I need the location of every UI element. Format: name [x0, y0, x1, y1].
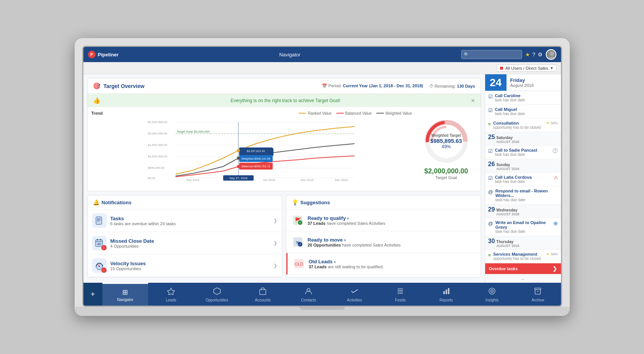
svg-text:$2,037,812.91: $2,037,812.91	[247, 149, 265, 153]
cal-event-opaline-content: Write an Email to Opaline Gravy task has…	[495, 220, 551, 234]
nav-item-insights[interactable]: Insights	[469, 283, 515, 306]
nav-add-button[interactable]: +	[83, 283, 102, 306]
legend-ranked: Ranked Value	[299, 111, 331, 115]
navigator-label: Navigator	[117, 298, 133, 302]
right-panel: 24 Friday August 2018 ☑ Call Caroline ta…	[485, 74, 561, 283]
feeds-icon	[396, 287, 404, 297]
cal-date-info-29: WednesdayAUGUST 2018	[496, 208, 519, 216]
app-logo: P Pipeliner	[88, 51, 119, 58]
topbar-icons: ★ ? ⚙	[525, 51, 543, 58]
svg-point-72	[491, 291, 492, 292]
qualify-content: Ready to qualify › 37 Leads have complet…	[308, 215, 475, 226]
move-content: Ready to move › 20 Opportunities have co…	[308, 237, 475, 247]
svg-rect-45	[97, 239, 98, 240]
cal-event-rowen-content: Respond to email - Rowen Wilders... task…	[495, 189, 558, 202]
svg-rect-69	[448, 288, 449, 294]
goal-banner-close[interactable]: ✕	[471, 98, 475, 104]
overdue-tasks-bar[interactable]: Overdue tasks ❯	[485, 263, 561, 274]
legend-balanced: Balanced Value	[336, 111, 372, 115]
cal-event-pct: 50%	[551, 121, 558, 125]
cal-event-miguel-sub: task has due date	[495, 112, 558, 116]
help-icon[interactable]: ?	[532, 51, 535, 58]
cal-event-opaline[interactable]: @ Write an Email to Opaline Gravy task h…	[485, 218, 561, 236]
move-title: Ready to move ›	[308, 237, 475, 243]
period-label: 📅 Period: Current Year (Jan 1, 2018 - De…	[322, 83, 423, 88]
user-selector-dropdown[interactable]: All Users / Direct Sales ▾	[497, 64, 556, 72]
nav-item-archive[interactable]: Archive	[515, 283, 561, 306]
notification-tasks[interactable]: Tasks 6 tasks are overdue within 24 task…	[88, 210, 282, 232]
tasks-subtitle: 6 tasks are overdue within 24 tasks	[110, 221, 270, 226]
nav-item-reports[interactable]: Reports	[423, 283, 469, 306]
screen: P Pipeliner Navigator 🔍 ★ ? ⚙	[82, 46, 562, 307]
cal-event-consultation[interactable]: ≡ Consultation opportunity has to be clo…	[485, 119, 561, 132]
calendar-day-header: 24 Friday August 2018	[485, 74, 561, 91]
navigator-icon: ⊞	[122, 288, 128, 296]
cal-event-rowen[interactable]: @ Respond to email - Rowen Wilders... ta…	[485, 186, 561, 205]
cal-event-call-caroline[interactable]: ☑ Call Caroline task has due date	[485, 91, 561, 105]
suggestions-header: 💡 Suggestions	[286, 195, 481, 210]
suggestions-panel: 💡 Suggestions 🚩 ✓	[286, 195, 481, 277]
expand-calendar[interactable]: ⌄	[485, 274, 561, 283]
target-overview-title: Target Overview	[104, 83, 319, 89]
svg-point-27	[237, 157, 240, 160]
opportunities-icon	[213, 287, 221, 297]
suggestions-title: Suggestions	[300, 200, 330, 205]
svg-rect-38	[96, 217, 102, 224]
cal-event-consultation-sub: opportunity has to be closed	[493, 125, 544, 130]
chart-area: Trend Ranked Value Balanced Value	[88, 107, 481, 191]
cal-event-sadie-content: Call to Sadie Pancast task has due date	[495, 148, 550, 157]
tasks-icon-box	[92, 213, 107, 228]
svg-point-0	[550, 51, 554, 56]
cal-date-26: 26	[488, 161, 495, 168]
tasks-content: Tasks 6 tasks are overdue within 24 task…	[110, 216, 270, 226]
suggestion-ready-move[interactable]: ≫ ✓ Ready to move › 20 Opportunities hav…	[286, 231, 481, 253]
nav-item-leads[interactable]: Leads	[148, 283, 194, 306]
nav-item-navigator[interactable]: ⊞ Navigator	[102, 283, 148, 306]
cal-event-caroline-title: Call Caroline	[495, 93, 558, 98]
overdue-label: Overdue tasks	[489, 266, 518, 271]
bell-icon: 🔔	[93, 199, 99, 205]
notification-missed-close[interactable]: 22 ! Missed Close Date 4 Opportunities	[88, 232, 282, 255]
cal-event-call-miguel[interactable]: ☑ Call Miguel task has due date	[485, 105, 561, 119]
move-subtitle: 20 Opportunities have completed Sales Ac…	[308, 243, 475, 247]
nav-item-opportunities[interactable]: Opportunities	[194, 283, 240, 306]
cal-event-consultation-right: ★ 50%	[546, 121, 558, 125]
target-overview-meta: 📅 Period: Current Year (Jan 1, 2018 - De…	[322, 83, 475, 88]
nav-item-activities[interactable]: Activities	[332, 283, 377, 306]
cal-event-services[interactable]: ≡ Services Management opportunity has to…	[485, 250, 561, 263]
top-bar: P Pipeliner Navigator 🔍 ★ ? ⚙	[83, 47, 561, 62]
settings-icon[interactable]: ⚙	[538, 51, 543, 58]
target-overview-icon: 🎯	[93, 82, 101, 90]
favorites-icon[interactable]: ★	[525, 51, 530, 58]
cal-event-caroline-sub: task has due date	[495, 98, 558, 102]
suggestion-ready-qualify[interactable]: 🚩 ✓ Ready to qualify › 37 Leads have com…	[286, 210, 481, 231]
search-box[interactable]: 🔍	[461, 50, 522, 59]
cal-event-rowen-title: Respond to email - Rowen Wilders...	[495, 189, 558, 198]
nav-item-accounts[interactable]: Accounts	[240, 283, 286, 306]
trend-chart: Trend Ranked Value Balanced Value	[91, 111, 412, 187]
suggestion-old-leads[interactable]: OLD Old Leads › 37 Leads are still waiti…	[286, 253, 481, 275]
contacts-label: Contacts	[301, 298, 316, 302]
cal-event-latia-sub: task has due date	[495, 179, 551, 184]
move-icon: ≫ ✓	[292, 236, 304, 248]
oppty-icon-services: ≡	[488, 252, 491, 258]
nav-item-contacts[interactable]: Contacts	[286, 283, 331, 306]
velocity-badge: !	[101, 268, 107, 273]
svg-point-26	[237, 149, 240, 152]
svg-text:$1,000,000.00: $1,000,000.00	[148, 155, 168, 158]
task-icon-latia: ☑	[488, 175, 493, 181]
notification-velocity[interactable]: ! Velocity Issues 15 Opportunities ❯	[88, 255, 282, 277]
notifications-panel: 🔔 Notifications	[87, 195, 282, 277]
qualify-title: Ready to qualify ›	[308, 215, 475, 221]
user-selector-label: All Users / Direct Sales	[505, 66, 548, 70]
cal-event-sadie[interactable]: ☑ Call to Sadie Pancast task has due dat…	[485, 146, 561, 159]
plus-icon-opaline: ⊕	[553, 220, 558, 226]
cal-event-latia[interactable]: ☑ Call Latia Cordova task has due date ⚠	[485, 173, 561, 186]
svg-text:Weighted $948,141.58: Weighted $948,141.58	[241, 157, 270, 160]
page-title: Navigator	[122, 52, 457, 58]
svg-rect-68	[446, 290, 447, 294]
nav-item-feeds[interactable]: Feeds	[377, 283, 423, 306]
svg-text:✓: ✓	[299, 221, 301, 224]
user-avatar[interactable]	[546, 49, 556, 60]
gauge-area: Weighted Target $985,895.63 49% $2,000,0…	[416, 111, 477, 187]
